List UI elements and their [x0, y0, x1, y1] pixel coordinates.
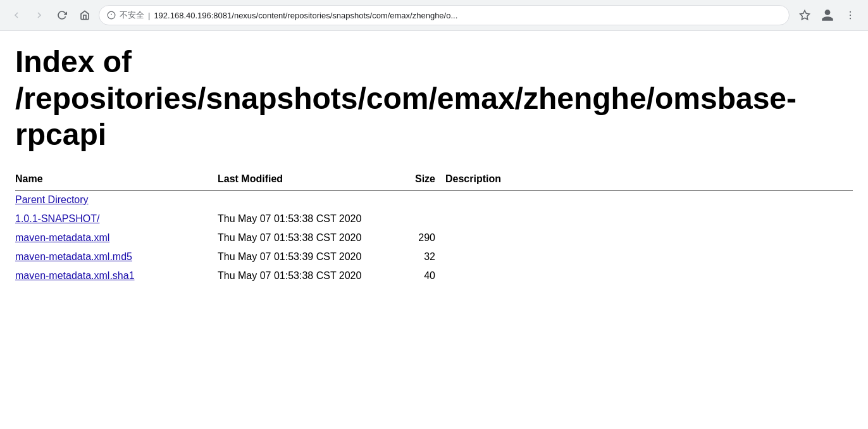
home-button[interactable] — [76, 6, 94, 24]
bookmark-button[interactable] — [795, 5, 815, 25]
directory-table: Name Last Modified Size Description Pare… — [15, 168, 853, 285]
star-icon — [799, 9, 810, 21]
file-link[interactable]: maven-metadata.xml — [15, 232, 109, 243]
file-link[interactable]: Parent Directory — [15, 194, 89, 205]
svg-point-6 — [850, 18, 851, 19]
cell-name: maven-metadata.xml.md5 — [15, 247, 218, 266]
browser-toolbar: 不安全 | 192.168.40.196:8081/nexus/content/… — [0, 0, 868, 30]
cell-modified — [218, 190, 395, 209]
address-bar[interactable]: 不安全 | 192.168.40.196:8081/nexus/content/… — [99, 5, 790, 25]
cell-description — [445, 228, 853, 247]
table-body: Parent Directory1.0.1-SNAPSHOT/Thu May 0… — [15, 190, 853, 285]
col-header-modified: Last Modified — [218, 168, 395, 190]
refresh-icon — [57, 10, 67, 20]
security-label: 不安全 — [120, 9, 144, 21]
cell-name: maven-metadata.xml — [15, 228, 218, 247]
table-row: maven-metadata.xml.md5Thu May 07 01:53:3… — [15, 247, 853, 266]
forward-icon — [34, 10, 44, 20]
refresh-button[interactable] — [53, 6, 71, 24]
table-row: Parent Directory — [15, 190, 853, 209]
cell-modified: Thu May 07 01:53:38 CST 2020 — [218, 266, 395, 285]
menu-button[interactable] — [840, 5, 860, 25]
cell-name: Parent Directory — [15, 190, 218, 209]
home-icon — [80, 10, 90, 20]
cell-description — [445, 190, 853, 209]
cell-description — [445, 247, 853, 266]
header-row: Name Last Modified Size Description — [15, 168, 853, 190]
back-icon — [11, 10, 22, 20]
browser-chrome: 不安全 | 192.168.40.196:8081/nexus/content/… — [0, 0, 868, 31]
cell-size: 40 — [395, 266, 445, 285]
back-button[interactable] — [8, 6, 25, 24]
cell-modified: Thu May 07 01:53:38 CST 2020 — [218, 228, 395, 247]
cell-name: maven-metadata.xml.sha1 — [15, 266, 218, 285]
security-icon — [107, 11, 116, 20]
table-row: 1.0.1-SNAPSHOT/Thu May 07 01:53:38 CST 2… — [15, 209, 853, 228]
cell-size: 32 — [395, 247, 445, 266]
cell-description — [445, 209, 853, 228]
menu-dots-icon — [845, 9, 856, 21]
table-row: maven-metadata.xmlThu May 07 01:53:38 CS… — [15, 228, 853, 247]
url-display: 192.168.40.196:8081/nexus/content/reposi… — [154, 11, 457, 20]
col-header-description: Description — [445, 168, 853, 190]
file-link[interactable]: maven-metadata.xml.md5 — [15, 251, 132, 262]
account-button[interactable] — [817, 5, 838, 25]
cell-name: 1.0.1-SNAPSHOT/ — [15, 209, 218, 228]
table-row: maven-metadata.xml.sha1Thu May 07 01:53:… — [15, 266, 853, 285]
page-content: Index of /repositories/snapshots/com/ema… — [0, 31, 868, 298]
table-header: Name Last Modified Size Description — [15, 168, 853, 190]
cell-modified: Thu May 07 01:53:39 CST 2020 — [218, 247, 395, 266]
url-separator: | — [148, 11, 150, 20]
account-icon — [821, 8, 834, 22]
svg-point-4 — [850, 11, 851, 13]
cell-description — [445, 266, 853, 285]
svg-point-5 — [850, 15, 851, 16]
col-header-size: Size — [395, 168, 445, 190]
cell-size: 290 — [395, 228, 445, 247]
file-link[interactable]: 1.0.1-SNAPSHOT/ — [15, 213, 99, 224]
cell-size — [395, 190, 445, 209]
toolbar-actions — [795, 5, 860, 25]
svg-marker-3 — [800, 11, 810, 20]
cell-size — [395, 209, 445, 228]
cell-modified: Thu May 07 01:53:38 CST 2020 — [218, 209, 395, 228]
page-title: Index of /repositories/snapshots/com/ema… — [15, 44, 853, 153]
forward-button[interactable] — [30, 6, 48, 24]
col-header-name: Name — [15, 168, 218, 190]
file-link[interactable]: maven-metadata.xml.sha1 — [15, 270, 135, 281]
